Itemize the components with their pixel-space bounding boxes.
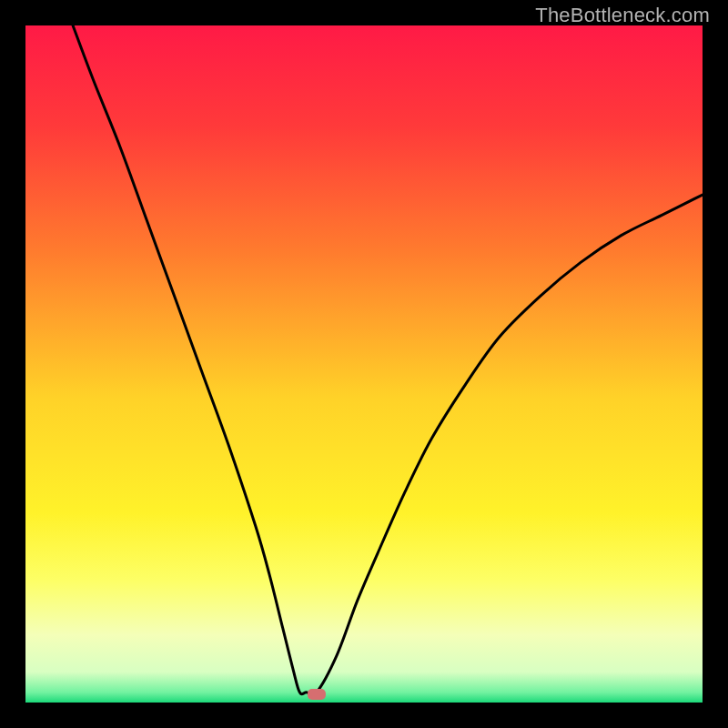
bottleneck-plot-svg bbox=[25, 25, 703, 703]
chart-frame: TheBottleneck.com bbox=[0, 0, 728, 728]
gradient-background bbox=[25, 25, 703, 703]
optimal-marker bbox=[308, 689, 326, 700]
watermark-text: TheBottleneck.com bbox=[535, 4, 710, 27]
plot-area bbox=[25, 25, 703, 703]
